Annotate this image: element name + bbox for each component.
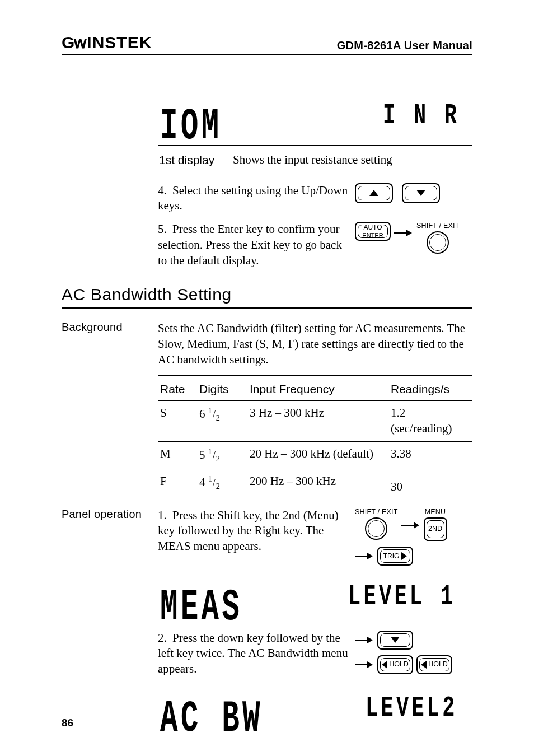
first-display-desc: Shows the input resistance setting (233, 150, 471, 170)
down-triangle-icon (391, 637, 400, 643)
step-4: 4.Select the setting using the Up/Down k… (158, 183, 355, 214)
background-text: Sets the AC Bandwidth (filter) setting f… (158, 321, 472, 367)
step-5-text: Press the Enter key to confirm your sele… (158, 222, 342, 267)
step-5: 5.Press the Enter key to confirm your se… (158, 222, 355, 268)
bw-h-freq: Input Frequency (247, 379, 388, 400)
page-number: 86 (62, 717, 73, 729)
shift-exit-over: SHIFT / EXIT (355, 508, 398, 516)
down-key[interactable] (402, 183, 440, 203)
enter-label: ENTER (362, 232, 383, 239)
bw-h-rate: Rate (158, 379, 197, 400)
shift-exit-key[interactable] (427, 231, 449, 254)
display-secondary-1: I N R (383, 101, 460, 130)
arrow-icon (401, 522, 420, 529)
table-row: M 5 1/2 20 Hz – 300 kHz (default) 3.38 (158, 442, 472, 469)
display-primary-1: IOM (160, 105, 222, 149)
hold-left-key-1[interactable]: HOLD (377, 655, 413, 674)
left-triangle-icon (421, 661, 427, 669)
arrow-icon (355, 661, 374, 668)
arrow-icon (355, 553, 374, 559)
step-4-num: 4. (158, 183, 172, 199)
step-4-text: Select the setting using the Up/Down key… (158, 184, 348, 213)
second-menu-key[interactable]: 2ND (424, 517, 447, 541)
panel-step-2-text: Press the down key followed by the left … (158, 631, 348, 675)
step-5-num: 5. (158, 222, 172, 237)
bandwidth-table: Rate Digits Input Frequency Readings/s S… (158, 379, 472, 499)
down-triangle-icon (416, 190, 425, 196)
panel-step-1-num: 1. (158, 508, 172, 524)
trig-right-key[interactable]: TRIG (377, 547, 413, 566)
first-display-label: 1st display (159, 150, 232, 170)
display-primary-meas: MEAS (160, 586, 242, 630)
panel-step-1-text: Press the Shift key, the 2nd (Menu) key … (158, 508, 339, 553)
right-triangle-icon (401, 552, 407, 560)
display-primary-acbw: AC BW (160, 697, 263, 741)
brand-logo: GᴡINSTEK (62, 32, 152, 52)
arrow-icon (394, 230, 413, 236)
shift-exit-key-2[interactable] (365, 517, 387, 540)
auto-enter-key[interactable]: AUTO ENTER (355, 222, 391, 241)
bw-h-digits: Digits (197, 379, 247, 400)
table-row: F 4 1/2 200 Hz – 300 kHz 30 (158, 469, 472, 500)
display-secondary-level1: LEVEL 1 (348, 582, 456, 611)
background-label: Background (62, 321, 158, 367)
panel-step-2: 2.Press the down key followed by the lef… (158, 631, 355, 677)
display-secondary-level2: LEVEL2 (366, 694, 458, 722)
bw-h-rs: Readings/s (388, 379, 472, 400)
left-triangle-icon (382, 661, 387, 669)
shift-exit-label: SHIFT / EXIT (416, 222, 460, 230)
section-heading: AC Bandwidth Setting (62, 285, 472, 304)
arrow-icon (355, 637, 374, 643)
auto-label: AUTO (363, 224, 382, 231)
down-key-2[interactable] (377, 631, 413, 650)
doc-title: GDM-8261A User Manual (337, 39, 472, 52)
table-row: S 6 1/2 3 Hz – 300 kHz 1.2(sec/reading) (158, 401, 472, 441)
panel-operation-label: Panel operation (62, 508, 158, 738)
menu-over: MENU (424, 508, 447, 516)
up-key[interactable] (355, 183, 393, 203)
up-triangle-icon (369, 190, 378, 196)
brand-g: G (62, 33, 73, 52)
brand-w: ᴡ (73, 33, 87, 52)
panel-step-1: 1.Press the Shift key, the 2nd (Menu) ke… (158, 508, 355, 554)
brand-rest: INSTEK (87, 33, 152, 52)
hold-left-key-2[interactable]: HOLD (416, 655, 452, 674)
